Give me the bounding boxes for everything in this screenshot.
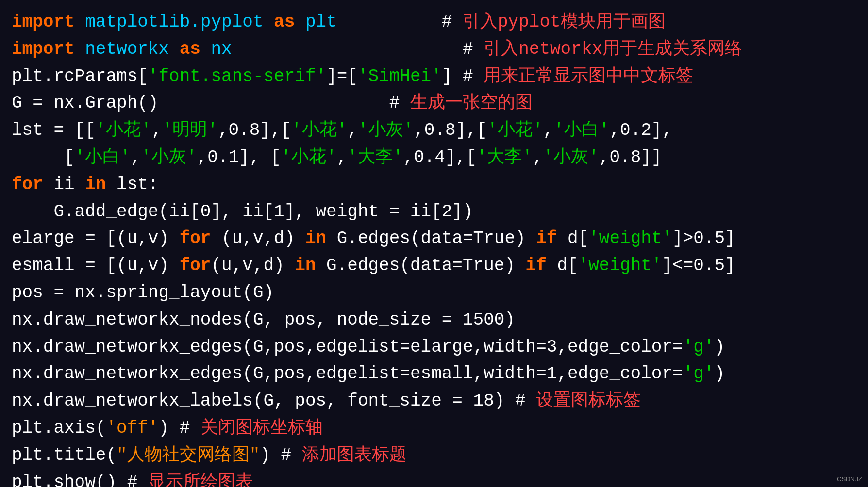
- code-block: import matplotlib.pyplot as plt # 引入pypl…: [12, 9, 856, 487]
- code-line-10: esmall = [(u,v) for(u,v,d) in G.edges(da…: [12, 252, 856, 279]
- code-line-13: nx.draw_networkx_edges(G,pos,edgelist=el…: [12, 334, 856, 361]
- code-editor: import matplotlib.pyplot as plt # 引入pypl…: [0, 0, 868, 487]
- code-line-16: plt.axis('off') # 关闭图标坐标轴: [12, 415, 856, 442]
- code-line-17: plt.title("人物社交网络图") # 添加图表标题: [12, 442, 856, 469]
- code-line-4: G = nx.Graph() # 生成一张空的图: [12, 90, 856, 117]
- code-line-2: import networkx as nx # 引入networkx用于生成关系…: [12, 36, 856, 63]
- code-line-5: lst = [['小花','明明',0.8],['小花','小灰',0.8],[…: [12, 117, 856, 144]
- code-line-6: ['小白','小灰',0.1], ['小花','大李',0.4],['大李','…: [12, 144, 856, 171]
- code-line-18: plt.show() # 显示所绘图表: [12, 469, 856, 487]
- code-line-14: nx.draw_networkx_edges(G,pos,edgelist=es…: [12, 360, 856, 388]
- code-line-9: elarge = [(u,v) for (u,v,d) in G.edges(d…: [12, 225, 856, 252]
- watermark: CSDN.IZ: [837, 474, 862, 484]
- code-line-3: plt.rcParams['font.sans-serif']=['SimHei…: [12, 63, 856, 90]
- code-line-12: nx.draw_networkx_nodes(G, pos, node_size…: [12, 307, 856, 334]
- code-line-11: pos = nx.spring_layout(G): [12, 279, 856, 307]
- code-line-1: import matplotlib.pyplot as plt # 引入pypl…: [12, 9, 856, 36]
- code-line-8: G.add_edge(ii[0], ii[1], weight = ii[2]): [12, 198, 856, 226]
- code-line-7: for ii in lst:: [12, 171, 856, 198]
- code-line-15: nx.draw_networkx_labels(G, pos, font_siz…: [12, 388, 856, 415]
